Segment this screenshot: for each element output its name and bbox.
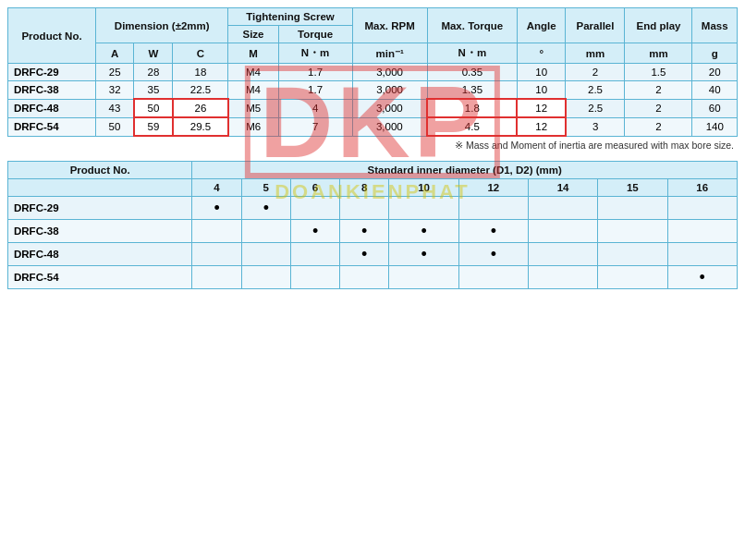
table-cell: DRFC-48 <box>8 99 96 117</box>
table2-col-header: 10 <box>389 179 458 197</box>
table-cell: M4 <box>228 81 278 100</box>
dot-indicator: • <box>491 245 496 263</box>
note-text: ※ Mass and Moment of inertia are measure… <box>7 137 738 153</box>
table-cell: 12 <box>517 99 566 117</box>
table2-body: DRFC-29••DRFC-38••••DRFC-48•••DRFC-54• <box>8 197 738 289</box>
table-cell: M5 <box>228 99 278 117</box>
dot-cell: • <box>458 243 528 266</box>
table-cell: 1.8 <box>427 99 517 117</box>
dot-cell: • <box>192 197 241 220</box>
table-cell: 10 <box>517 64 566 81</box>
dot-cell <box>598 197 667 220</box>
header-row-1: Product No. Dimension (±2mm) Tightening … <box>8 8 738 26</box>
table-cell: 1.35 <box>427 81 517 100</box>
dot-cell <box>241 243 290 266</box>
table-cell: M6 <box>228 117 278 136</box>
table-row: DRFC-48••• <box>8 243 738 266</box>
table-cell: 3,000 <box>352 81 427 100</box>
table2-header-row-1: Product No. Standard inner diameter (D1,… <box>8 162 738 179</box>
table2-col-header: 16 <box>667 179 737 197</box>
dot-cell <box>241 266 290 289</box>
dot-indicator: • <box>421 222 426 240</box>
table-cell: 40 <box>692 81 738 100</box>
dot-cell <box>192 243 241 266</box>
table2-col-header: 12 <box>458 179 528 197</box>
table-cell: 0.35 <box>427 64 517 81</box>
table-cell: 3 <box>566 117 625 136</box>
dot-cell <box>598 266 667 289</box>
col-dim-a: A <box>96 43 134 64</box>
table-cell: DRFC-38 <box>8 81 96 100</box>
dot-cell <box>667 243 737 266</box>
col-angle: Angle <box>517 8 566 43</box>
table-cell: 18 <box>173 64 228 81</box>
table-cell: 2 <box>625 117 692 136</box>
col-dim-w: W <box>134 43 173 64</box>
section-gap <box>7 153 738 161</box>
col-parallel-unit: mm <box>566 43 625 64</box>
col-torque: Torque <box>278 26 352 43</box>
col-angle-unit: ° <box>517 43 566 64</box>
note-row: ※ Mass and Moment of inertia are measure… <box>7 137 738 153</box>
table-cell: DRFC-54 <box>8 117 96 136</box>
col-torque-unit: N・m <box>278 43 352 64</box>
dot-cell <box>389 197 458 220</box>
col-tightening: Tightening Screw <box>228 8 352 26</box>
table-cell: 32 <box>96 81 134 100</box>
dot-indicator: • <box>361 245 367 263</box>
dot-cell <box>528 266 597 289</box>
dot-cell: • <box>667 266 737 289</box>
col-end-play: End play <box>625 8 692 43</box>
col-max-torque: Max. Torque <box>427 8 517 43</box>
table-cell: 35 <box>134 81 173 100</box>
col-max-rpm: Max. RPM <box>352 8 427 43</box>
table-cell: 50 <box>134 99 173 117</box>
table-cell: 4.5 <box>427 117 517 136</box>
dot-cell <box>290 266 339 289</box>
table-cell: 60 <box>692 99 738 117</box>
dot-cell <box>192 220 241 243</box>
table-cell: 2 <box>566 64 625 81</box>
table-cell: 7 <box>278 117 352 136</box>
table-row: DRFC-54• <box>8 266 738 289</box>
dot-cell: • <box>389 220 458 243</box>
table2-header-row-2: 45681012141516 <box>8 179 738 197</box>
dot-cell: • <box>389 243 458 266</box>
col-dimension: Dimension (±2mm) <box>96 8 228 43</box>
product-no-cell: DRFC-29 <box>8 197 192 220</box>
dot-cell <box>528 197 597 220</box>
table-cell: 2.5 <box>566 99 625 117</box>
table2-col-header: 6 <box>290 179 339 197</box>
dot-cell <box>241 220 290 243</box>
dot-cell <box>598 220 667 243</box>
dot-cell <box>528 243 597 266</box>
col-mass-unit: g <box>692 43 738 64</box>
dot-cell: • <box>458 220 528 243</box>
table2-col-header: 5 <box>241 179 290 197</box>
table-row: DRFC-38•••• <box>8 220 738 243</box>
dot-cell <box>458 266 528 289</box>
table2-product-col: Product No. <box>8 162 192 179</box>
table2-product-blank <box>8 179 192 197</box>
dot-cell <box>340 197 389 220</box>
product-no-cell: DRFC-38 <box>8 220 192 243</box>
col-torque-unit2: N・m <box>427 43 517 64</box>
dot-indicator: • <box>214 199 219 217</box>
table-cell: 3,000 <box>352 117 427 136</box>
col-size: Size <box>228 26 278 43</box>
col-size-unit: M <box>228 43 278 64</box>
table-cell: 1.7 <box>278 64 352 81</box>
table-cell: 28 <box>134 64 173 81</box>
table-cell: 22.5 <box>173 81 228 100</box>
col-mass: Mass <box>692 8 738 43</box>
col-end-play-unit: mm <box>625 43 692 64</box>
table-cell: 2.5 <box>566 81 625 100</box>
specifications-table: Product No. Dimension (±2mm) Tightening … <box>7 7 738 137</box>
product-no-cell: DRFC-54 <box>8 266 192 289</box>
dot-cell <box>290 197 339 220</box>
table1-body: DRFC-29252818M41.73,0000.351021.520DRFC-… <box>8 64 738 137</box>
table2-col-header: 4 <box>192 179 241 197</box>
table-row: DRFC-29•• <box>8 197 738 220</box>
table-cell: 29.5 <box>173 117 228 136</box>
table-cell: 59 <box>134 117 173 136</box>
